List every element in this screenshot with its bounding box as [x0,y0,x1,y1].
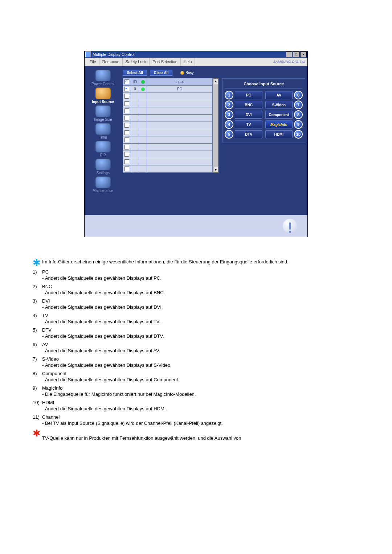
row-checkbox[interactable] [124,87,129,91]
row-checkbox[interactable] [124,130,129,135]
source-component-button[interactable]: Component [265,111,293,119]
app-icon [85,52,91,57]
cell-input: PC [147,86,212,93]
grid-scrollbar[interactable]: ▲ ▼ [213,78,219,173]
menubar: File Remocon Safety Lock Port Selection … [85,58,307,66]
sidebar-item-label: Input Source [87,100,119,104]
col-header-id[interactable]: ID [131,78,139,86]
source-hdmi-button[interactable]: HDMI [265,130,293,138]
source-dtv-button[interactable]: DTV [235,130,262,138]
power-icon [95,70,111,81]
sidebar-item-label: Power Control [87,82,119,86]
menu-file[interactable]: File [87,58,99,66]
row-checkbox[interactable] [124,108,129,113]
footnote: ✱ TV-Quelle kann nur in Produkten mit Fe… [33,430,361,441]
grid-row[interactable] [123,100,212,107]
item-number: 6) [33,342,42,353]
col-header-status[interactable] [139,78,147,86]
select-all-button[interactable]: Select All [123,70,147,76]
row-checkbox[interactable] [124,94,129,99]
busy-label: Busy [185,71,193,75]
menu-safety[interactable]: Safety Lock [123,58,150,66]
col-header-input[interactable]: Input [147,78,212,86]
item-desc: - Ändert die Signalquelle des gewählten … [42,333,361,339]
source-tv-button[interactable]: TV [235,120,262,128]
item-title: DTV [42,327,361,333]
grid-row[interactable] [123,136,212,144]
right-panel: Choose Input Source 1 PC AV 6 2 BNC S-Vi… [220,66,307,215]
grid-row[interactable] [123,107,212,115]
sidebar-item-pip[interactable]: PIP [87,141,119,157]
list-item: 4) TV - Ändert die Signalquelle des gewä… [33,313,361,324]
row-checkbox[interactable] [124,116,129,120]
sidebar-item-power-control[interactable]: Power Control [87,70,119,86]
source-svideo-button[interactable]: S-Video [265,101,293,109]
row-checkbox[interactable] [124,145,129,149]
grid-row[interactable] [123,122,212,129]
grid-row[interactable]: 0 PC [123,86,212,93]
source-number-2: 2 [225,100,233,109]
sidebar-item-image-size[interactable]: Image Size [87,105,119,122]
grid-row[interactable] [123,129,212,136]
row-checkbox[interactable] [124,159,129,164]
clear-all-button[interactable]: Clear All [150,70,172,76]
busy-icon [180,71,184,75]
item-title: Component [42,371,361,376]
sidebar-item-settings[interactable]: Settings [87,159,119,175]
source-dvi-button[interactable]: DVI [235,111,262,119]
source-av-button[interactable]: AV [265,91,293,99]
source-magicinfo-button[interactable]: MagicInfo [265,120,293,128]
menu-port[interactable]: Port Selection [150,58,180,66]
row-checkbox[interactable] [124,123,129,128]
row-checkbox[interactable] [124,167,129,171]
maintenance-icon [95,176,111,188]
input-source-box: Choose Input Source 1 PC AV 6 2 BNC S-Vi… [222,78,305,143]
info-strip [85,215,307,237]
item-number: 8) [33,371,42,382]
app-body: Power Control Input Source Image Size Ti… [85,66,307,215]
toolbar: Select All Clear All Busy [123,70,219,76]
item-title: BNC [42,284,361,289]
minimize-button[interactable]: _ [286,52,292,57]
row-checkbox[interactable] [124,138,129,142]
item-number: 9) [33,385,42,397]
footnote-text: TV-Quelle kann nur in Produkten mit Fern… [42,430,361,441]
brand-logo: SAMSUNG DIGITall [273,60,305,63]
busy-indicator: Busy [180,71,193,75]
source-number-3: 3 [225,110,233,119]
note-text: Im Info-Gitter erscheinen einige wesentl… [42,259,361,264]
scroll-down-icon[interactable]: ▼ [213,167,218,173]
row-checkbox[interactable] [124,152,129,157]
document-body: ✱ Im Info-Gitter erscheinen einige wesen… [33,259,361,441]
time-icon [95,123,111,135]
menu-remocon[interactable]: Remocon [99,58,123,66]
sidebar-item-input-source[interactable]: Input Source [87,87,119,104]
menu-help[interactable]: Help [181,58,195,66]
sidebar-item-time[interactable]: Time [87,123,119,139]
source-bnc-button[interactable]: BNC [235,101,262,109]
star-icon: ✱ [33,430,40,437]
grid-row[interactable] [123,158,212,165]
grid-row[interactable] [123,93,212,100]
scroll-up-icon[interactable]: ▲ [213,78,218,84]
grid-row[interactable] [123,115,212,122]
row-checkbox[interactable] [124,101,129,106]
grid-row[interactable] [123,151,212,158]
close-button[interactable]: × [300,52,307,57]
source-pc-button[interactable]: PC [235,91,262,99]
grid-row[interactable] [123,144,212,151]
maximize-button[interactable]: □ [293,52,299,57]
item-desc: - Ändert die Signalquelle des gewählten … [42,319,361,324]
list-item: 1) PC - Ändert die Signalquelle des gewä… [33,269,361,281]
list-item: 5) DTV - Ändert die Signalquelle des gew… [33,327,361,339]
grid-header: ID Input [123,78,212,86]
grid-row[interactable] [123,165,212,173]
col-header-check[interactable] [123,78,131,86]
input-source-icon [95,87,111,99]
item-title: PC [42,269,361,275]
titlebar[interactable]: Multiple Display Control _ □ × [85,51,307,58]
source-number-7: 7 [294,100,303,109]
sidebar: Power Control Input Source Image Size Ti… [85,66,121,215]
display-grid: ID Input 0 PC [123,78,213,173]
sidebar-item-maintenance[interactable]: Maintenance [87,176,119,193]
